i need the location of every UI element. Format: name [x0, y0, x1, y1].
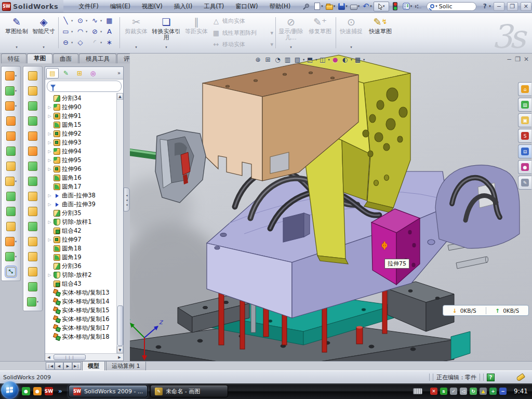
keyboard-icon[interactable]: [413, 388, 422, 394]
display-style-icon-dropdown[interactable]: ▾: [303, 58, 304, 62]
arc-icon[interactable]: ◠: [76, 27, 85, 36]
toolbar-overflow-icon[interactable]: ⑆..: [414, 2, 423, 11]
polygon-icon[interactable]: ◇: [76, 38, 85, 47]
offset-entities-button[interactable]: ∥ 等距实体: [183, 15, 210, 50]
indent-icon[interactable]: [23, 143, 42, 158]
scrollbar-thumb[interactable]: [117, 305, 123, 346]
slot-icon[interactable]: ⊖: [61, 38, 70, 47]
shell-icon[interactable]: [23, 113, 42, 128]
swept-cut-icon[interactable]: [2, 113, 20, 128]
tree-item-拉伸92[interactable]: ▷拉伸92: [45, 129, 123, 138]
wrap-icon[interactable]: [23, 249, 42, 264]
selection-frame-icon[interactable]: ▦: [105, 16, 114, 25]
tree-item-切除-放样1[interactable]: ▷切除-放样1: [45, 218, 123, 227]
hide-show-items-icon-dropdown[interactable]: ▾: [328, 58, 330, 62]
measure-icon[interactable]: ⤡: [2, 264, 20, 279]
scroll-left-icon[interactable]: ◀: [45, 354, 52, 361]
open-dropdown-arrow[interactable]: ▾: [334, 4, 336, 8]
expand-icon[interactable]: ▷: [47, 220, 52, 224]
restore-button[interactable]: ❐: [507, 2, 518, 11]
expand-icon[interactable]: ▷: [47, 273, 52, 277]
options-icon[interactable]: [402, 2, 411, 11]
panel-splitter-handle[interactable]: ◂◂◂: [124, 188, 130, 211]
boss-extrude-icon-dropdown[interactable]: ▾: [15, 74, 17, 78]
imported-body-icon[interactable]: [23, 234, 42, 249]
circle-icon[interactable]: ⊙: [76, 16, 85, 25]
zoom-to-fit-icon[interactable]: ⊕: [254, 55, 262, 64]
close-button[interactable]: ✕: [521, 2, 531, 11]
solidworks-icon[interactable]: SW: [45, 387, 53, 395]
expand-icon[interactable]: ▷: [47, 193, 52, 198]
scroll-down-icon[interactable]: ▼: [117, 347, 123, 353]
tree-item-曲面-拉伸39[interactable]: ▷曲面-拉伸39: [45, 200, 123, 209]
ellipse-icon-dropdown[interactable]: ▾: [100, 30, 104, 34]
command-tab-1[interactable]: 草图: [27, 54, 52, 63]
tree-item-曲面-拉伸38[interactable]: ▷曲面-拉伸38: [45, 191, 123, 200]
rib-icon[interactable]: [2, 128, 20, 143]
hscrollbar-thumb[interactable]: ❘❘❘: [54, 354, 86, 360]
combine-bodies-icon[interactable]: [2, 204, 20, 219]
repair-sketch-button[interactable]: ✎⁺ 修复草图: [307, 15, 334, 50]
view-orientation-icon-dropdown[interactable]: ▾: [315, 58, 317, 62]
security-ball-icon[interactable]: ●: [33, 387, 42, 395]
panel-tab-configuration-manager-icon[interactable]: ⊞: [73, 68, 86, 78]
zoom-to-area-icon[interactable]: ⊞: [263, 55, 272, 64]
curve-icon[interactable]: ▾: [2, 249, 20, 264]
tree-item-组合42[interactable]: 组合42: [45, 227, 123, 235]
tree-item-分割35[interactable]: 分割35: [45, 209, 123, 218]
last-tab-icon[interactable]: ▶❘: [72, 362, 81, 370]
search-input[interactable]: Solic: [439, 3, 453, 10]
point-icon[interactable]: ∗: [105, 38, 114, 47]
mirror-body-icon[interactable]: [2, 189, 20, 204]
chamfer-icon[interactable]: [23, 264, 42, 279]
tree-item-圆角15[interactable]: 圆角15: [45, 121, 123, 129]
arc-icon-dropdown[interactable]: ▾: [86, 30, 89, 34]
panel-tabs-overflow[interactable]: »: [117, 70, 122, 76]
curve-icon-dropdown[interactable]: ▾: [15, 255, 17, 259]
line-icon-dropdown[interactable]: ▾: [71, 19, 75, 23]
taskbar-window-0[interactable]: SWSolidWorks 2009 - ...: [69, 385, 148, 397]
scroll-right-icon[interactable]: ▶: [116, 354, 123, 361]
delete-body-icon[interactable]: [23, 219, 42, 234]
update-check-icon[interactable]: ✓: [450, 388, 457, 395]
start-button[interactable]: [1, 381, 19, 399]
tree-item-拉伸94[interactable]: ▷拉伸94: [45, 147, 123, 156]
expand-icon[interactable]: ▷: [47, 114, 52, 118]
tree-item-拉伸91[interactable]: ▷拉伸91: [45, 112, 123, 121]
bend-icon[interactable]: [23, 204, 42, 219]
scene-icon-dropdown[interactable]: ▾: [351, 58, 352, 62]
tree-item-实体-移动/复制17[interactable]: 实体-移动/复制17: [45, 324, 123, 332]
line-icon[interactable]: ╲: [61, 16, 70, 25]
appearances-icon[interactable]: ●: [331, 55, 340, 64]
convert-entities-button[interactable]: ❏ 转换实体引用▾: [152, 15, 181, 50]
tree-filter-box[interactable]: [47, 81, 122, 92]
expand-icon[interactable]: ▷: [47, 140, 52, 145]
new-dropdown-arrow[interactable]: ▾: [321, 4, 323, 8]
options-dropdown-arrow[interactable]: ▾: [410, 4, 413, 8]
panel-tab-feature-manager-icon[interactable]: ▤: [46, 68, 59, 78]
blocked-icon[interactable]: −: [499, 388, 507, 395]
doc-close-button[interactable]: ✕: [524, 56, 529, 63]
tree-horizontal-scrollbar[interactable]: ◀ ❘❘❘ ▶: [45, 353, 123, 361]
select-dropdown-arrow[interactable]: ▾: [383, 4, 385, 8]
undo-icon[interactable]: ↶: [361, 2, 370, 11]
antivirus-shield-icon[interactable]: ✕: [430, 388, 437, 395]
slot-icon-dropdown[interactable]: ▾: [71, 41, 75, 45]
tree-item-组合43[interactable]: 组合43: [45, 280, 123, 288]
tree-item-圆角19[interactable]: 圆角19: [45, 253, 123, 262]
tree-item-圆角18[interactable]: 圆角18: [45, 244, 123, 253]
scene-icon[interactable]: ◐: [341, 55, 350, 64]
tree-item-拉伸93[interactable]: ▷拉伸93: [45, 138, 123, 147]
sketch-text-icon[interactable]: A: [105, 27, 114, 36]
draft-icon[interactable]: [2, 143, 20, 158]
cut-extrude-icon[interactable]: ▾: [2, 83, 20, 98]
tree-item-拉伸97[interactable]: ▷拉伸97: [45, 235, 123, 244]
pattern-icon[interactable]: ▾: [2, 174, 20, 189]
pin-icon[interactable]: [301, 2, 311, 11]
panel-tab-property-manager-icon[interactable]: ✎: [60, 68, 72, 78]
hide-show-items-icon[interactable]: ◫: [318, 55, 327, 64]
split-body-icon[interactable]: [2, 219, 20, 234]
cut-extrude-icon-dropdown[interactable]: ▾: [15, 89, 17, 93]
tree-item-实体-移动/复制14[interactable]: 实体-移动/复制14: [45, 297, 123, 306]
sketch-button[interactable]: ✎ 草图绘制▾: [3, 15, 30, 50]
